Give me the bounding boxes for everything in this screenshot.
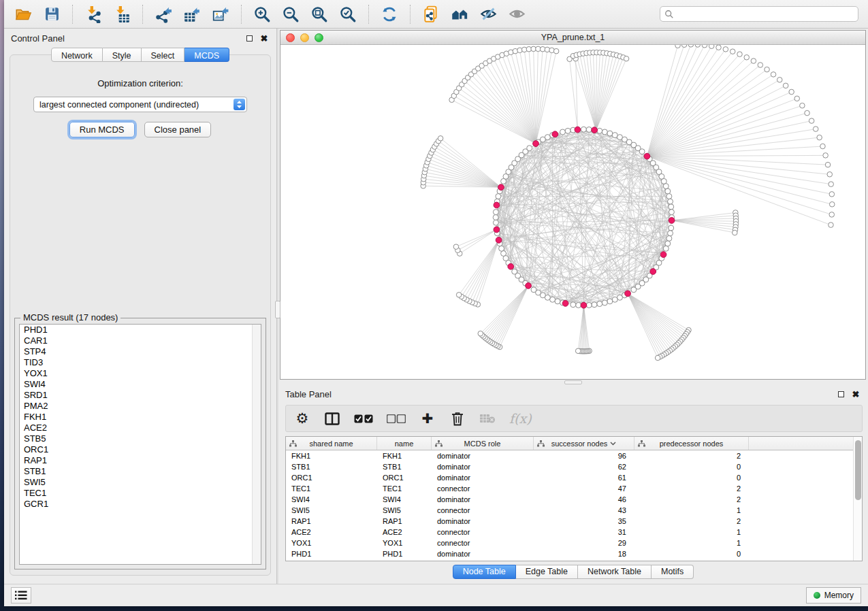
cell-mcds_role[interactable]: dominator (432, 472, 534, 483)
column-header-predecessor[interactable]: predecessor nodes (634, 437, 749, 450)
refresh-button[interactable] (377, 3, 402, 25)
list-scrollbar[interactable] (252, 325, 261, 564)
scrollbar-thumb[interactable] (855, 440, 861, 500)
table-row[interactable]: RAP1RAP1dominator352 (286, 516, 862, 527)
cell-mcds_role[interactable]: dominator (432, 461, 534, 472)
table-row[interactable]: YOX1YOX1connector291 (286, 538, 862, 548)
cell-mcds_role[interactable]: dominator (432, 450, 534, 461)
cell-successor[interactable]: 46 (534, 494, 634, 505)
table-row[interactable]: ACE2ACE2connector311 (286, 527, 862, 538)
deselect-all-icon[interactable] (387, 410, 406, 427)
cell-shared_name[interactable]: ACE2 (286, 527, 377, 538)
mcds-result-item[interactable]: YOX1 (20, 368, 261, 379)
criterion-select[interactable]: largest connected component (undirected) (33, 97, 247, 112)
cell-name[interactable]: TEC1 (377, 483, 432, 494)
tab-style[interactable]: Style (103, 48, 142, 62)
task-history-button[interactable] (11, 587, 31, 604)
mcds-result-item[interactable]: RAP1 (20, 455, 261, 466)
zoom-out-button[interactable] (278, 3, 303, 25)
mcds-result-list[interactable]: PHD1CAR1STP4TID3YOX1SWI4SRD1PMA2FKH1ACE2… (19, 324, 261, 565)
hide-panels-button[interactable] (447, 3, 472, 25)
save-session-button[interactable] (39, 3, 64, 25)
column-header-shared_name[interactable]: shared name (286, 437, 377, 450)
cell-mcds_role[interactable]: dominator (432, 494, 534, 505)
table-row[interactable]: FKH1FKH1dominator962 (286, 450, 862, 461)
mcds-result-item[interactable]: PHD1 (20, 325, 261, 335)
first-neighbors-button[interactable] (419, 3, 443, 25)
memory-button[interactable]: Memory (806, 587, 861, 604)
mcds-result-item[interactable]: CAR1 (20, 335, 261, 346)
mcds-result-item[interactable]: TID3 (20, 357, 261, 368)
float-table-panel-button[interactable] (835, 389, 846, 399)
cell-predecessor[interactable]: 2 (634, 483, 749, 494)
cell-shared_name[interactable]: RAP1 (286, 516, 377, 527)
table-row[interactable]: SWI4SWI4dominator462 (286, 494, 862, 505)
cell-successor[interactable]: 47 (534, 483, 634, 494)
cell-name[interactable]: YOX1 (377, 538, 432, 548)
export-image-button[interactable] (208, 3, 233, 25)
horizontal-splitter[interactable] (278, 380, 868, 384)
cell-predecessor[interactable]: 1 (634, 505, 749, 516)
gear-icon[interactable]: ⚙ (294, 410, 310, 427)
cell-shared_name[interactable]: SWI5 (286, 505, 377, 516)
mcds-result-item[interactable]: FKH1 (20, 412, 261, 423)
mcds-result-item[interactable]: ACE2 (20, 423, 261, 433)
cell-shared_name[interactable]: STB1 (286, 461, 377, 472)
cell-name[interactable]: FKH1 (377, 450, 432, 461)
cell-shared_name[interactable]: SWI4 (286, 494, 377, 505)
table-row[interactable]: TEC1TEC1connector472 (286, 483, 862, 494)
cell-shared_name[interactable]: FKH1 (286, 450, 377, 461)
cell-name[interactable]: SWI4 (377, 494, 432, 505)
table-row[interactable]: ORC1ORC1dominator610 (286, 472, 862, 483)
vertical-splitter[interactable] (276, 29, 278, 584)
close-table-panel-button[interactable]: ✖ (850, 389, 861, 399)
cell-predecessor[interactable]: 2 (634, 516, 749, 527)
float-panel-button[interactable] (244, 33, 255, 44)
delete-icon[interactable] (449, 410, 466, 427)
cell-successor[interactable]: 29 (534, 538, 634, 548)
splitter-handle[interactable] (275, 301, 280, 318)
cell-shared_name[interactable]: YOX1 (286, 538, 377, 548)
mcds-result-item[interactable]: TEC1 (20, 488, 261, 499)
tab-node-table[interactable]: Node Table (453, 565, 516, 579)
table-row[interactable]: SWI5SWI5connector431 (286, 505, 862, 516)
cell-successor[interactable]: 18 (534, 548, 634, 559)
cell-mcds_role[interactable]: dominator (432, 516, 534, 527)
cell-mcds_role[interactable]: connector (432, 483, 534, 494)
cell-shared_name[interactable]: PHD1 (286, 548, 377, 559)
tab-network-table[interactable]: Network Table (578, 565, 652, 579)
zoom-selected-button[interactable] (336, 3, 360, 25)
column-header-mcds_role[interactable]: MCDS role (432, 437, 534, 450)
cell-name[interactable]: RAP1 (377, 516, 432, 527)
mcds-result-item[interactable]: SWI5 (20, 477, 261, 488)
cell-shared_name[interactable]: TEC1 (286, 483, 377, 494)
table-scrollbar[interactable] (853, 437, 862, 561)
zoom-fit-button[interactable] (307, 3, 332, 25)
open-session-button[interactable] (11, 3, 35, 25)
select-all-icon[interactable] (354, 410, 373, 427)
mcds-result-item[interactable]: STB5 (20, 433, 261, 444)
import-network-button[interactable] (81, 3, 106, 25)
close-panel-button[interactable]: ✖ (259, 33, 270, 44)
search-input[interactable] (677, 10, 854, 19)
cell-successor[interactable]: 43 (534, 505, 634, 516)
mcds-result-item[interactable]: GCR1 (20, 499, 261, 510)
run-mcds-button[interactable]: Run MCDS (69, 122, 135, 137)
tab-edge-table[interactable]: Edge Table (516, 565, 578, 579)
cell-name[interactable]: SWI5 (377, 505, 432, 516)
cell-predecessor[interactable]: 2 (634, 450, 749, 461)
cell-successor[interactable]: 62 (534, 461, 634, 472)
tab-motifs[interactable]: Motifs (652, 565, 694, 579)
export-table-button[interactable] (180, 3, 204, 25)
cell-successor[interactable]: 61 (534, 472, 634, 483)
cell-predecessor[interactable]: 1 (634, 538, 749, 548)
cell-name[interactable]: ACE2 (377, 527, 432, 538)
cell-successor[interactable]: 35 (534, 516, 634, 527)
network-canvas[interactable] (280, 45, 865, 379)
columns-icon[interactable] (324, 410, 340, 427)
cell-mcds_role[interactable]: dominator (432, 548, 534, 559)
mcds-result-item[interactable]: STB1 (20, 466, 261, 477)
cell-predecessor[interactable]: 2 (634, 494, 749, 505)
network-titlebar[interactable]: YPA_prune.txt_1 (280, 31, 865, 45)
cell-name[interactable]: PHD1 (377, 548, 432, 559)
